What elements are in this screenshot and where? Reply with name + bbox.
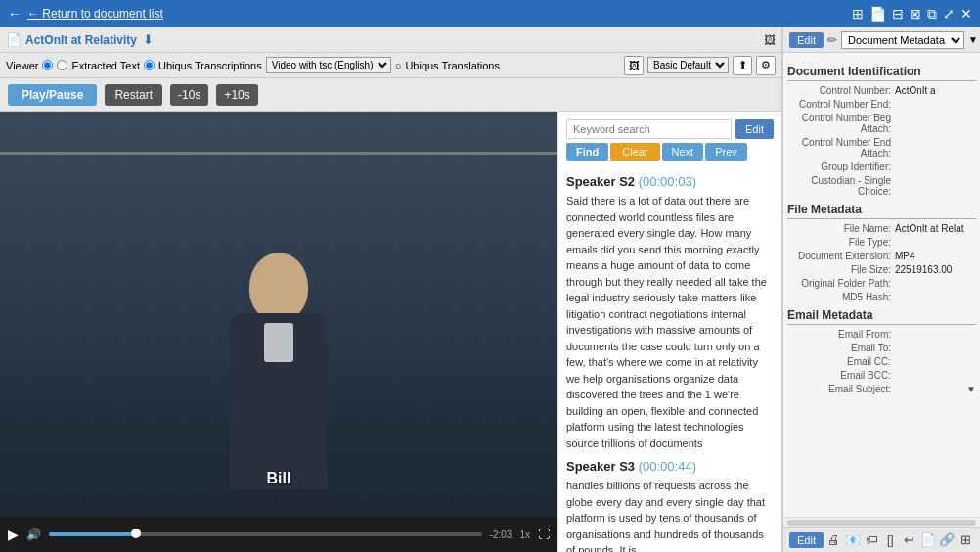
email-to-row: Email To:: [787, 343, 976, 353]
right-dropdown[interactable]: Document Metadata: [841, 31, 964, 49]
back10-button[interactable]: -10s: [170, 84, 208, 106]
undo-icon[interactable]: ↩: [901, 530, 917, 550]
file-size-row: File Size: 22519163.00: [787, 264, 976, 275]
email-to-value: [895, 343, 976, 353]
vc-time-remaining: -2:03: [490, 529, 512, 540]
keyword-edit-button[interactable]: Edit: [735, 119, 774, 139]
doc2-icon[interactable]: 📄: [919, 530, 936, 550]
close-icon[interactable]: ✕: [960, 6, 972, 22]
keyword-nav-row: Find Clear Next Prev: [566, 143, 774, 161]
email-subject-label: Email Subject:: [787, 384, 895, 394]
email-subject-arrow-icon[interactable]: ▼: [966, 384, 976, 394]
speaker-s2-timestamp: (00:00:03): [639, 174, 696, 189]
transcript-s3-text: handles billions of requests across the …: [566, 478, 774, 552]
ubiqus-radio[interactable]: [144, 60, 155, 70]
back-arrow-icon[interactable]: ←: [8, 6, 22, 22]
vc-speed-control[interactable]: 1x: [519, 529, 530, 540]
find-button[interactable]: Find: [566, 143, 608, 161]
doc-icon[interactable]: 📄: [869, 6, 886, 22]
doc-identification-section: Document Identification: [787, 63, 976, 81]
bracket-icon[interactable]: []: [882, 530, 899, 550]
file-name-row: File Name: ActOnIt at Relat: [787, 223, 976, 234]
extracted-text-radio[interactable]: [57, 60, 67, 70]
vc-progress-bar[interactable]: [49, 532, 482, 536]
doc-extension-value: MP4: [895, 251, 976, 261]
email-to-label: Email To:: [787, 343, 895, 353]
next-button[interactable]: Next: [662, 143, 704, 161]
email-from-value: [895, 329, 976, 340]
email-bcc-label: Email BCC:: [787, 370, 895, 381]
person-name-label: Bill: [267, 470, 291, 487]
print-icon[interactable]: 🖨: [825, 530, 842, 550]
video-language-select[interactable]: Video with tsc (English): [266, 57, 391, 73]
forward10-button[interactable]: +10s: [216, 84, 257, 106]
restart-button[interactable]: Restart: [105, 84, 162, 106]
doc-file-icon: 📄: [6, 32, 22, 47]
vc-volume-icon[interactable]: 🔊: [26, 528, 41, 541]
control-number-end-attach-label: Control Number End Attach:: [787, 137, 895, 159]
grid3-icon[interactable]: ⊞: [958, 530, 974, 550]
speaker-s2-header: Speaker S2 (00:00:03): [566, 174, 774, 189]
window-icon[interactable]: ⧉: [927, 6, 937, 23]
md5-hash-row: MD5 Hash:: [787, 292, 976, 302]
expand-icon[interactable]: ⤢: [943, 6, 955, 22]
speaker-s3-header: Speaker S3 (00:00:44): [566, 459, 774, 474]
right-panel: Edit ✏ Document Metadata ▼ Document Iden…: [782, 27, 980, 552]
group-identifier-value: [895, 161, 976, 172]
transcript-panel: Edit Find Clear Next Prev Speaker S2 (00…: [557, 112, 781, 552]
email-cc-label: Email CC:: [787, 356, 895, 367]
metadata-content: Document Identification Control Number: …: [783, 53, 980, 517]
right-edit-button[interactable]: Edit: [789, 32, 824, 48]
keyword-search-input[interactable]: [566, 119, 732, 139]
clear-button[interactable]: Clear: [610, 143, 659, 161]
grid-icon[interactable]: ⊞: [852, 6, 864, 22]
video-controls-bar: ▶ 🔊 -2:03 1x ⛶: [0, 517, 557, 552]
file-size-value: 22519163.00: [895, 264, 976, 275]
vc-fullscreen-icon[interactable]: ⛶: [538, 528, 550, 541]
control-number-beg-value: [895, 113, 976, 134]
media-controls-bar: Play/Pause Restart -10s +10s: [0, 78, 781, 112]
email-metadata-section: Email Metadata: [787, 306, 976, 325]
person-body: [230, 313, 328, 489]
share-icon[interactable]: 🖼: [764, 33, 776, 47]
control-number-beg-row: Control Number Beg Attach:: [787, 113, 976, 134]
return-to-list-link[interactable]: ← Return to document list: [27, 7, 163, 21]
email-cc-value: [895, 356, 976, 367]
vc-progress-fill: [49, 532, 136, 536]
viewer-label: Viewer: [6, 60, 38, 71]
right-top-bar: Edit ✏ Document Metadata ▼: [783, 27, 980, 53]
md5-hash-value: [895, 292, 976, 302]
doc-extension-label: Document Extension:: [787, 251, 895, 261]
email-icon[interactable]: 📧: [844, 530, 861, 550]
link-icon[interactable]: 🔗: [938, 530, 955, 550]
profile-select[interactable]: Basic Default: [647, 57, 729, 73]
tag-icon[interactable]: 🏷: [863, 530, 879, 550]
split-icon[interactable]: ⊠: [910, 6, 921, 22]
viewer-toolbar: Viewer Extracted Text Ubiqus Transcripti…: [0, 53, 781, 78]
play-pause-button[interactable]: Play/Pause: [8, 84, 97, 106]
keyword-row: Edit: [566, 119, 774, 139]
vc-play-icon[interactable]: ▶: [8, 527, 19, 542]
ubiqus-translations-radio[interactable]: ○: [395, 60, 402, 71]
prev-button[interactable]: Prev: [705, 143, 747, 161]
image-icon[interactable]: 🖼: [624, 56, 644, 75]
dropdown-arrow-icon[interactable]: ▼: [968, 34, 978, 45]
file-type-value: [895, 237, 976, 248]
file-name-value: ActOnIt at Relat: [895, 223, 976, 234]
md5-hash-label: MD5 Hash:: [787, 292, 895, 302]
viewer-radio[interactable]: [42, 60, 53, 70]
email-from-label: Email From:: [787, 329, 895, 340]
control-number-end-attach-row: Control Number End Attach:: [787, 137, 976, 159]
upload-icon[interactable]: ⬆: [733, 56, 752, 75]
doc-extension-row: Document Extension: MP4: [787, 251, 976, 261]
custodian-label: Custodian - Single Choice:: [787, 175, 895, 197]
right-scroll-stub: [783, 517, 980, 527]
download-icon[interactable]: ⬇: [143, 32, 154, 47]
grid2-icon[interactable]: ⊟: [892, 6, 904, 22]
folder-path-row: Original Folder Path:: [787, 278, 976, 289]
right-bottom-edit-button[interactable]: Edit: [789, 532, 824, 548]
settings-icon[interactable]: ⚙: [756, 56, 776, 75]
top-bar: ← ← Return to document list ⊞ 📄 ⊟ ⊠ ⧉ ⤢ …: [0, 0, 980, 27]
folder-path-value: [895, 278, 976, 289]
content-area: Bill ▶ 🔊 -2:03 1x ⛶: [0, 112, 781, 552]
